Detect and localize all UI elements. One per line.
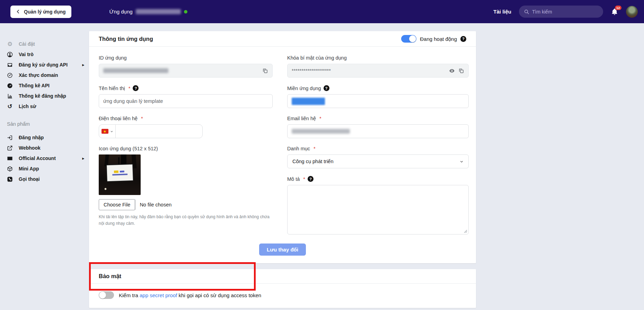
save-changes-button[interactable]: Lưu thay đổi xyxy=(259,243,306,256)
security-card: Bảo mật Kiểm tra app secret proof khi gọ… xyxy=(89,269,476,308)
notification-badge: 12 xyxy=(615,6,621,10)
help-icon[interactable]: ? xyxy=(324,85,329,91)
sidebar-item-history[interactable]: ↺ Lịch sử xyxy=(7,101,89,112)
notifications-button[interactable]: 12 xyxy=(611,8,618,16)
display-name-field: Tên hiển thị* ? xyxy=(99,85,273,108)
active-status-label: Đang hoạt động xyxy=(420,36,457,42)
chevron-right-icon: ▸ xyxy=(82,63,84,67)
sidebar-item-webhook[interactable]: Webhook xyxy=(7,143,89,153)
sidebar-item-login-stats[interactable]: Thống kê đăng nhập xyxy=(7,91,89,101)
phone-input-group xyxy=(99,124,203,138)
description-textarea[interactable] xyxy=(287,185,469,234)
sidebar-section-products: Sản phẩm xyxy=(7,121,89,127)
sidebar-item-label: Lịch sử xyxy=(19,104,36,109)
external-link-icon xyxy=(7,145,13,151)
redacted-app-id-value xyxy=(103,68,168,73)
description-field: Mô tả* ? xyxy=(287,176,469,234)
back-chevron-icon xyxy=(16,9,20,14)
file-input-divider xyxy=(135,200,135,210)
search-icon xyxy=(524,9,529,15)
sidebar-item-api-stats[interactable]: Thống kê API xyxy=(7,80,89,91)
contact-email-field: Email liên hệ* xyxy=(287,116,469,138)
phone-icon xyxy=(7,176,13,182)
chevron-right-icon: ▸ xyxy=(82,156,84,161)
sidebar-item-label: Thống kê API xyxy=(19,83,50,88)
search-input[interactable] xyxy=(532,9,598,15)
sidebar-item-label: Đăng ký sử dụng API xyxy=(19,62,68,68)
app-id-label: ID ứng dụng xyxy=(99,55,127,61)
category-field: Danh mục* Công cụ phát triển xyxy=(287,146,469,168)
contact-phone-field: Điện thoại liên hệ* xyxy=(99,116,273,138)
app-id-input xyxy=(99,64,273,78)
docs-link[interactable]: Tài liệu xyxy=(493,9,511,15)
gear-icon: ⚙ xyxy=(7,41,13,47)
check-circle-icon xyxy=(7,72,13,78)
secret-key-input xyxy=(292,68,449,73)
display-name-input-wrap xyxy=(99,94,273,108)
app-active-dot xyxy=(184,10,187,14)
app-domain-label: Miền ứng dụng xyxy=(287,86,321,91)
required-marker: * xyxy=(319,116,321,121)
sidebar-item-label: Gọi thoại xyxy=(19,176,40,182)
search-box[interactable] xyxy=(519,6,603,18)
app-domain-input[interactable] xyxy=(287,94,469,108)
sidebar-item-domain-verification[interactable]: Xác thực domain xyxy=(7,70,89,80)
history-icon: ↺ xyxy=(7,104,13,109)
sidebar-item-api-registration[interactable]: Đăng ký sử dụng API ▸ xyxy=(7,60,89,70)
display-name-label: Tên hiển thị xyxy=(99,86,125,91)
sidebar-item-label: Official Account xyxy=(19,156,56,161)
required-marker: * xyxy=(314,146,316,151)
bar-chart-icon xyxy=(7,93,13,99)
sidebar-item-label: Webhook xyxy=(19,145,41,151)
sidebar: ⚙ Cài đặt Vai trò Đăng ký sử dụng API ▸ … xyxy=(0,23,89,184)
eye-icon[interactable] xyxy=(449,68,455,74)
category-label: Danh mục xyxy=(287,146,310,151)
app-info-card: Thông tin ứng dụng Đang hoạt động ? ID ứ… xyxy=(89,31,476,263)
contact-email-input[interactable] xyxy=(287,124,469,138)
resize-handle[interactable] xyxy=(464,230,467,233)
sidebar-item-official-account[interactable]: Official Account ▸ xyxy=(7,153,89,163)
chevron-down-icon xyxy=(110,130,113,133)
country-code-select[interactable] xyxy=(99,125,116,138)
sidebar-item-roles[interactable]: Vai trò xyxy=(7,49,89,60)
copy-icon[interactable] xyxy=(458,68,464,74)
redacted-domain-value xyxy=(292,98,325,105)
gauge-icon xyxy=(7,83,13,89)
sidebar-item-settings[interactable]: ⚙ Cài đặt xyxy=(7,39,89,49)
app-icon-label: Icon ứng dụng (512 x 512) xyxy=(99,146,158,151)
description-label: Mô tả xyxy=(287,176,300,182)
help-icon[interactable]: ? xyxy=(308,176,314,182)
sidebar-item-label: Vai trò xyxy=(19,52,34,57)
choose-file-button[interactable]: Choose File xyxy=(99,199,135,210)
sidebar-item-label: Đăng nhập xyxy=(19,135,44,140)
tv-screen-graphic xyxy=(106,164,134,182)
required-marker: * xyxy=(303,176,305,182)
secret-key-label: Khóa bí mật của ứng dụng xyxy=(287,55,347,61)
toggle-knob xyxy=(409,35,416,42)
help-icon[interactable]: ? xyxy=(133,85,139,91)
user-avatar[interactable] xyxy=(626,6,638,18)
contact-email-label: Email liên hệ xyxy=(287,116,316,121)
help-icon[interactable]: ? xyxy=(460,36,466,42)
app-domain-field: Miền ứng dụng ? xyxy=(287,85,469,108)
sidebar-item-login-product[interactable]: Đăng nhập xyxy=(7,132,89,143)
app-icon-field: Icon ứng dụng (512 x 512) Choose File xyxy=(99,146,273,227)
app-secret-proof-toggle[interactable] xyxy=(99,291,114,299)
contact-phone-label: Điện thoại liên hệ xyxy=(99,116,138,121)
copy-icon[interactable] xyxy=(262,68,268,74)
app-info-title: Thông tin ứng dụng xyxy=(99,36,153,42)
active-status-toggle[interactable] xyxy=(401,35,416,43)
app-context-label: Ứng dụng xyxy=(109,9,133,15)
display-name-input[interactable] xyxy=(103,98,268,104)
sidebar-item-voice-call[interactable]: Gọi thoại xyxy=(7,174,89,184)
sidebar-item-mini-app[interactable]: Mini App xyxy=(7,163,89,174)
app-secret-proof-link[interactable]: app secret proof xyxy=(140,292,177,298)
app-context: Ứng dụng xyxy=(109,9,187,15)
redacted-email-value xyxy=(292,129,350,134)
redacted-app-name xyxy=(136,9,181,14)
app-id-field: ID ứng dụng xyxy=(99,55,273,78)
category-select[interactable]: Công cụ phát triển xyxy=(287,154,469,168)
file-status-text: No file chosen xyxy=(140,202,171,207)
back-to-app-management-button[interactable]: Quản lý ứng dụng xyxy=(10,6,71,18)
topbar: Quản lý ứng dụng Ứng dụng Tài liệu 12 xyxy=(0,0,644,23)
